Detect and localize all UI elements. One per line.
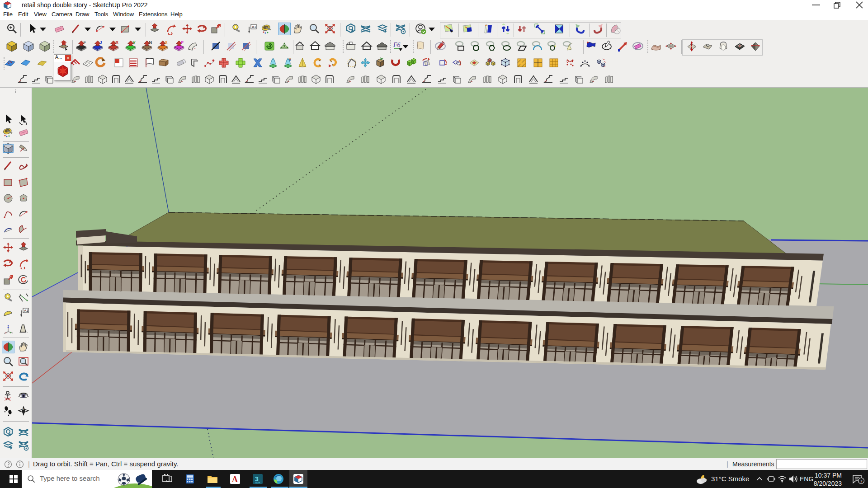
svg-text:A1: A1 xyxy=(24,309,28,313)
svg-text:J: J xyxy=(100,40,102,45)
svg-text:V: V xyxy=(133,40,136,45)
svg-text:=: = xyxy=(84,40,86,45)
svg-text:MAX: MAX xyxy=(255,481,261,484)
svg-text:N: N xyxy=(149,40,152,45)
svg-text:A: A xyxy=(232,475,238,484)
svg-text:F: F xyxy=(181,40,184,45)
svg-text:C: C xyxy=(22,408,24,410)
svg-text:#: # xyxy=(289,57,291,62)
svg-text:7: 7 xyxy=(860,479,863,483)
svg-text:A1: A1 xyxy=(252,25,256,29)
svg-text:R: R xyxy=(116,40,119,45)
svg-text:X: X xyxy=(165,40,168,45)
